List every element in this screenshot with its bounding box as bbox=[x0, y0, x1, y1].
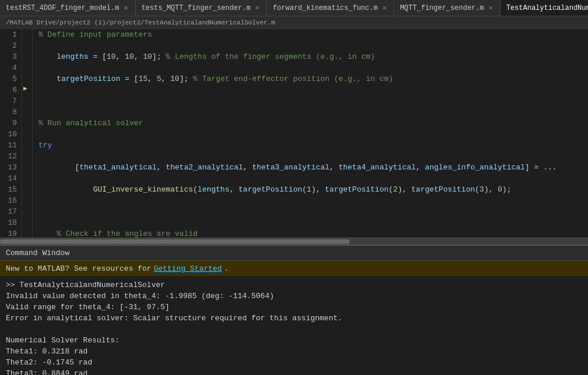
new-to-matlab-bar: New to MATLAB? See resources for Getting… bbox=[0, 261, 588, 276]
command-output-line-4: Numerical Solver Results: bbox=[6, 335, 582, 346]
code-content[interactable]: % Define input parameters lengths = [10,… bbox=[33, 29, 588, 238]
tab-close-icon[interactable]: ✕ bbox=[381, 3, 388, 12]
command-prompt-line: >> TestAnalyticalandNumericalSolver bbox=[6, 280, 582, 291]
command-output-line-3: Error in analytical solver: Scalar struc… bbox=[6, 313, 582, 324]
horizontal-scrollbar[interactable] bbox=[0, 238, 588, 245]
tab-test-analytical[interactable]: TestAnalyticalandNumericalSolver.m ✕ bbox=[501, 0, 588, 16]
command-output-line-5: Theta1: 0.3218 rad bbox=[6, 346, 582, 357]
tab-close-icon[interactable]: ✕ bbox=[122, 3, 129, 12]
tab-testRST[interactable]: testRST_4DOF_finger_model.m ✕ bbox=[0, 0, 136, 16]
scrollbar-thumb[interactable] bbox=[0, 239, 350, 244]
getting-started-link[interactable]: Getting Started bbox=[154, 264, 222, 273]
tab-label: TestAnalyticalandNumericalSolver.m bbox=[506, 4, 588, 12]
tab-close-icon[interactable]: ✕ bbox=[487, 3, 494, 12]
breakpoint-icon[interactable]: ▶ bbox=[23, 84, 27, 92]
tab-label: MQTT_finger_sender.m bbox=[400, 4, 484, 12]
line-numbers: 12345 678910 1112131415 1617181920 21 bbox=[0, 29, 22, 238]
command-window-header: Command Window bbox=[0, 245, 588, 261]
tab-bar: testRST_4DOF_finger_model.m ✕ tests_MQTT… bbox=[0, 0, 588, 16]
tab-forward-kinematics[interactable]: forward_kinematics_func.m ✕ bbox=[267, 0, 394, 16]
command-output-line-2: Valid range for theta_4: [-31, 97.5] bbox=[6, 302, 582, 313]
command-output-line-6: Theta2: -0.1745 rad bbox=[6, 357, 582, 368]
tab-label: testRST_4DOF_finger_model.m bbox=[6, 4, 119, 12]
editor-gutter: ▶ bbox=[22, 29, 33, 238]
tab-label: forward_kinematics_func.m bbox=[273, 4, 378, 12]
command-output-blank bbox=[6, 324, 582, 335]
breadcrumb: /MATLAB Drive/project2 (1)/project2/Test… bbox=[0, 16, 588, 29]
tab-tests-mqtt[interactable]: tests_MQTT_finger_sender.m ✕ bbox=[136, 0, 267, 16]
command-window[interactable]: >> TestAnalyticalandNumericalSolver Inva… bbox=[0, 276, 588, 375]
command-output-line-7: Theta3: 0.8849 rad bbox=[6, 368, 582, 375]
tab-close-icon[interactable]: ✕ bbox=[254, 3, 260, 12]
command-output-line-1: Invalid value detected in theta_4: -1.99… bbox=[6, 291, 582, 302]
tab-mqtt-finger-sender[interactable]: MQTT_finger_sender.m ✕ bbox=[394, 0, 500, 16]
tab-label: tests_MQTT_finger_sender.m bbox=[142, 4, 251, 12]
editor: 12345 678910 1112131415 1617181920 21 ▶ … bbox=[0, 29, 588, 245]
